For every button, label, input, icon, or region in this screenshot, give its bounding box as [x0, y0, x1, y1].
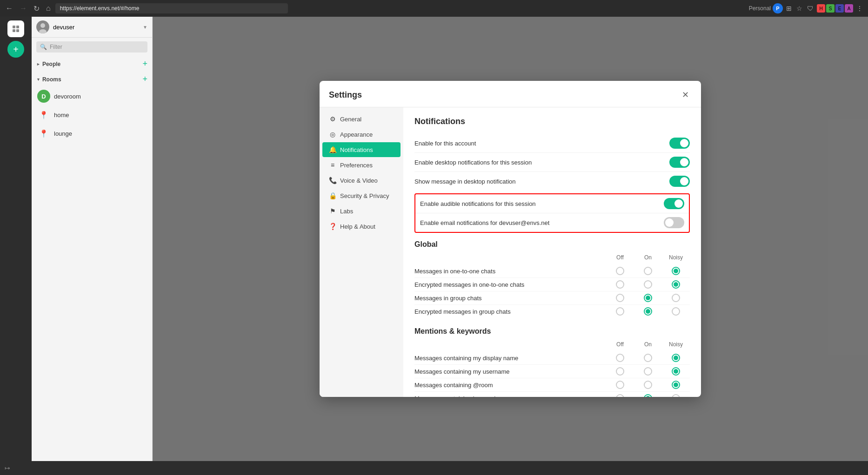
global-header-noisy: Noisy [662, 254, 690, 261]
modal-overlay: Settings ✕ ⚙ General ◎ Appearance [153, 17, 868, 461]
general-icon: ⚙ [329, 115, 336, 123]
highlighted-label-1: Enable email notifications for devuser@e… [420, 219, 549, 226]
rooms-arrow-icon: ▼ [36, 77, 40, 82]
nav-item-labs[interactable]: ⚑ Labs [322, 204, 401, 218]
global-row-2: Messages in group chats [414, 291, 690, 305]
notifications-icon: 🔔 [329, 146, 336, 153]
back-button[interactable]: ← [4, 3, 15, 13]
nav-item-help-about[interactable]: ❓ Help & About [322, 219, 401, 234]
toggle-1[interactable] [669, 157, 690, 168]
toggle-0[interactable] [669, 138, 690, 149]
modal-close-button[interactable]: ✕ [679, 88, 692, 101]
global-row-1-off[interactable] [616, 280, 624, 289]
mentions-row-3-on[interactable] [644, 394, 652, 397]
highlighted-toggle-1[interactable] [664, 217, 684, 228]
room-name-devoroom: devoroom [54, 93, 81, 100]
nav-item-notifications[interactable]: 🔔 Notifications [322, 142, 401, 157]
rooms-add-button[interactable]: + [142, 74, 147, 84]
mentions-row-1-on[interactable] [644, 367, 652, 376]
expand-button[interactable]: ↦ [5, 464, 10, 472]
star-button[interactable]: ☆ [795, 4, 804, 13]
mentions-row-2-on[interactable] [644, 381, 652, 389]
url-bar[interactable] [55, 3, 288, 13]
nav-item-security-privacy[interactable]: 🔒 Security & Privacy [322, 188, 401, 203]
global-row-3: Encrypted messages in group chats [414, 305, 690, 318]
room-item-lounge[interactable]: 📍 lounge [32, 124, 152, 143]
nav-item-preferences[interactable]: ≡ Preferences [322, 158, 401, 172]
highlighted-row-1: Enable email notifications for devuser@e… [415, 213, 689, 232]
refresh-button[interactable]: ↻ [32, 3, 41, 14]
global-row-2-on[interactable] [644, 294, 652, 302]
nav-label-help: Help & About [340, 223, 375, 230]
nav-label-general: General [340, 116, 361, 123]
global-row-3-noisy[interactable] [672, 307, 680, 316]
toggle-row-0: Enable for this account [414, 134, 690, 153]
section-title: Notifications [414, 117, 690, 126]
home-nav-button[interactable]: ⌂ [44, 3, 53, 13]
mentions-row-3-off[interactable] [616, 394, 624, 397]
toggle-2[interactable] [669, 176, 690, 187]
app-container: + devuser ▼ 🔍 Filter ► People + [0, 17, 868, 461]
global-row-1-on[interactable] [644, 280, 652, 289]
user-avatar [36, 20, 49, 33]
global-row-0-noisy[interactable] [672, 267, 680, 275]
global-row-3-label: Encrypted messages in group chats [414, 308, 606, 315]
mentions-section: Mentions & keywords Off On Noisy Message… [414, 327, 690, 397]
mentions-row-2-off[interactable] [616, 381, 624, 389]
mentions-row-2-noisy[interactable] [672, 381, 680, 389]
global-row-0-on[interactable] [644, 267, 652, 275]
mentions-row-3-noisy[interactable] [672, 394, 680, 397]
toggle-rows: Enable for this account Enable desktop n… [414, 134, 690, 191]
ext-icon-1: H [817, 4, 825, 13]
menu-button[interactable]: ⋮ [855, 4, 864, 13]
mentions-row-0-noisy[interactable] [672, 354, 680, 362]
highlighted-toggle-0[interactable] [664, 198, 684, 209]
highlighted-row-0: Enable audible notifications for this se… [415, 194, 689, 213]
toggle-label-0: Enable for this account [414, 140, 476, 147]
global-row-2-noisy[interactable] [672, 294, 680, 302]
appearance-icon: ◎ [329, 131, 336, 138]
room-name-lounge: lounge [54, 130, 72, 137]
global-row-0: Messages in one-to-one chats [414, 264, 690, 278]
room-icon-lounge: 📍 [37, 127, 50, 140]
ext-icon-4: A [845, 4, 853, 13]
nav-item-voice-video[interactable]: 📞 Voice & Video [322, 173, 401, 188]
chevron-down-icon[interactable]: ▼ [143, 25, 147, 30]
forward-button[interactable]: → [18, 3, 29, 13]
nav-item-general[interactable]: ⚙ General [322, 112, 401, 126]
global-row-3-on[interactable] [644, 307, 652, 316]
ext-icon-3: E [835, 4, 844, 13]
people-add-button[interactable]: + [142, 59, 147, 69]
mentions-row-1-noisy[interactable] [672, 367, 680, 376]
global-row-3-off[interactable] [616, 307, 624, 316]
nav-label-security: Security & Privacy [340, 192, 389, 199]
modal-title: Settings [329, 90, 362, 100]
mentions-row-1-label: Messages containing my username [414, 368, 606, 375]
extensions-button[interactable]: ⊞ [785, 4, 793, 13]
toggle-label-1: Enable desktop notifications for this se… [414, 159, 532, 166]
mentions-row-1-off[interactable] [616, 367, 624, 376]
profile-label: Personal [749, 5, 771, 12]
compose-button[interactable]: + [7, 41, 24, 58]
svg-point-5 [40, 23, 45, 28]
room-item-devoroom[interactable]: D devoroom [32, 87, 152, 106]
nav-item-appearance[interactable]: ◎ Appearance [322, 127, 401, 142]
home-button[interactable] [7, 20, 24, 37]
search-container[interactable]: 🔍 Filter [36, 41, 147, 53]
room-item-home[interactable]: 📍 home [32, 106, 152, 124]
svg-rect-3 [16, 29, 19, 32]
room-name-home: home [54, 112, 69, 119]
browser-profile-icon[interactable]: P [773, 3, 783, 13]
voice-video-icon: 📞 [329, 177, 336, 184]
user-name: devuser [53, 24, 139, 31]
rooms-section-header[interactable]: ▼ Rooms + [32, 72, 152, 87]
global-row-1-noisy[interactable] [672, 280, 680, 289]
people-section-header[interactable]: ► People + [32, 56, 152, 72]
mentions-row-0-on[interactable] [644, 354, 652, 362]
avatar-icon [36, 20, 49, 33]
mentions-row-0-off[interactable] [616, 354, 624, 362]
nav-label-notifications: Notifications [340, 146, 373, 153]
mentions-headers: Off On Noisy [414, 339, 690, 350]
global-row-2-off[interactable] [616, 294, 624, 302]
global-row-0-off[interactable] [616, 267, 624, 275]
